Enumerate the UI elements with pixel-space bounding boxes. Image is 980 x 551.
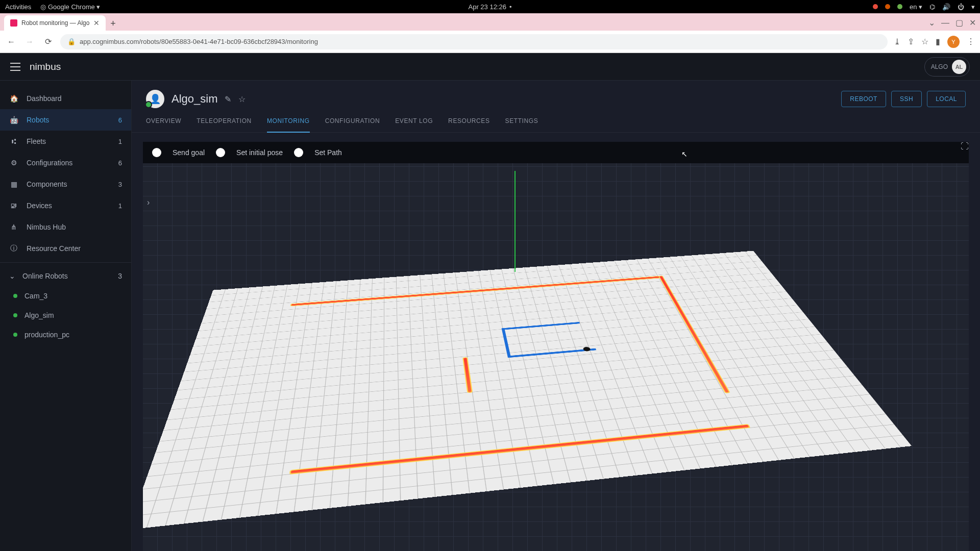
side-panel-icon[interactable]: ▮	[936, 37, 940, 46]
browser-toolbar: ← → ⟳ 🔒 app.cognimbus.com/robots/80e5588…	[0, 31, 980, 53]
sidebar-item-robots[interactable]: 🤖Robots6	[0, 109, 131, 131]
sidebar-item-label: Devices	[27, 202, 52, 210]
app-root: nimbus ALGO AL 🏠Dashboard🤖Robots6⑆Fleets…	[0, 53, 980, 551]
user-avatar: AL	[952, 60, 966, 74]
reload-button[interactable]: ⟳	[42, 36, 54, 48]
online-status-icon	[13, 294, 17, 298]
window-maximize-icon[interactable]: ▢	[955, 18, 963, 28]
forward-button[interactable]: →	[23, 36, 36, 48]
online-robot-item[interactable]: Cam_3	[0, 286, 131, 306]
sidebar-item-count: 6	[118, 116, 122, 124]
tab-configuration[interactable]: CONFIGURATION	[325, 117, 380, 132]
send-goal-radio[interactable]	[152, 148, 161, 157]
online-robot-item[interactable]: production_pc	[0, 325, 131, 344]
activities-button[interactable]: Activities	[5, 3, 31, 11]
tab-monitoring[interactable]: MONITORING	[267, 117, 310, 133]
sidebar-item-count: 6	[118, 159, 122, 167]
sidebar-item-label: Dashboard	[27, 94, 62, 103]
user-menu[interactable]: ALGO AL	[924, 57, 970, 77]
local-button[interactable]: LOCAL	[927, 91, 966, 107]
profile-avatar[interactable]: Y	[947, 36, 960, 48]
sidebar-item-count: 1	[118, 202, 122, 210]
favorite-icon[interactable]: ☆	[238, 94, 246, 104]
send-goal-label: Send goal	[173, 148, 205, 157]
planned-path	[502, 328, 511, 356]
reboot-button[interactable]: REBOOT	[841, 91, 886, 107]
tab-teleoperation[interactable]: TELEOPERATION	[197, 117, 252, 132]
page-tabs: OVERVIEWTELEOPERATIONMONITORINGCONFIGURA…	[132, 108, 980, 133]
floor-grid	[143, 251, 912, 529]
robot-name: Algo_sim	[172, 92, 217, 106]
app-header: nimbus ALGO AL	[0, 53, 980, 81]
online-status-icon	[13, 313, 17, 317]
edit-name-icon[interactable]: ✎	[225, 94, 231, 104]
window-close-icon[interactable]: ✕	[969, 18, 976, 28]
online-robot-item[interactable]: Algo_sim	[0, 306, 131, 325]
tab-overview[interactable]: OVERVIEW	[146, 117, 181, 132]
costmap-wall	[290, 276, 664, 306]
sidebar-item-components[interactable]: ▦Components3	[0, 173, 131, 195]
lock-icon: 🔒	[67, 38, 76, 45]
tab-settings[interactable]: SETTINGS	[505, 117, 538, 132]
sidebar-toggle-button[interactable]	[10, 63, 20, 71]
costmap-wall	[462, 357, 473, 393]
status-indicator-red-icon	[873, 4, 878, 9]
tab-event-log[interactable]: EVENT LOG	[395, 117, 433, 132]
sidebar-item-fleets[interactable]: ⑆Fleets1	[0, 131, 131, 152]
sidebar-item-count: 3	[118, 181, 122, 188]
map-3d-view[interactable]	[143, 163, 969, 551]
sidebar-item-label: Components	[27, 180, 67, 188]
notification-dot-icon: •	[509, 3, 512, 11]
online-status-icon	[13, 333, 17, 337]
app-menu[interactable]: ◎ Google Chrome ▾	[40, 3, 100, 11]
sidebar-item-dashboard[interactable]: 🏠Dashboard	[0, 88, 131, 109]
new-tab-button[interactable]: +	[106, 16, 120, 31]
browser-menu-icon[interactable]: ⋮	[967, 37, 975, 46]
network-icon[interactable]: ⌬	[929, 3, 935, 11]
window-minimize-icon[interactable]: —	[941, 18, 949, 28]
sidebar-item-icon: 🖳	[9, 202, 18, 210]
status-indicator-orange-icon	[885, 4, 890, 9]
favicon-icon	[10, 19, 17, 27]
set-path-label: Set Path	[314, 148, 342, 157]
install-app-icon[interactable]: ⤓	[894, 37, 900, 46]
sidebar-item-resource-center[interactable]: ⓘResource Center	[0, 238, 131, 259]
sidebar-item-icon: ⑆	[9, 137, 18, 145]
system-menu-caret-icon[interactable]: ▾	[971, 3, 975, 11]
expand-layers-icon[interactable]: ›	[147, 198, 150, 207]
sidebar-item-configurations[interactable]: ⚙Configurations6	[0, 152, 131, 173]
set-initial-pose-radio[interactable]	[216, 148, 225, 157]
address-bar[interactable]: 🔒 app.cognimbus.com/robots/80e55883-0e41…	[60, 34, 888, 49]
chrome-overflow-icon[interactable]: ⌄	[928, 18, 935, 28]
ssh-button[interactable]: SSH	[891, 91, 922, 107]
costmap-wall	[289, 423, 750, 474]
fullscreen-icon[interactable]: ⛶	[961, 142, 969, 151]
language-indicator[interactable]: en ▾	[910, 3, 922, 11]
brand-logo: nimbus	[30, 61, 61, 72]
back-button[interactable]: ←	[5, 36, 17, 48]
org-label: ALGO	[931, 63, 948, 70]
robot-avatar-icon: 👤	[146, 90, 164, 108]
set-initial-pose-label: Set initial pose	[236, 148, 283, 157]
power-icon[interactable]: ⏻	[958, 3, 964, 11]
volume-icon[interactable]: 🔊	[942, 3, 950, 11]
visualization-zone: ⛶ Send goal Set initial pose Set Path ›	[132, 133, 980, 551]
tab-resources[interactable]: RESOURCES	[448, 117, 489, 132]
sidebar-item-icon: ⓘ	[9, 244, 18, 253]
tab-close-icon[interactable]: ✕	[93, 19, 100, 27]
sidebar-item-icon: 🤖	[9, 116, 18, 124]
browser-tab-strip: Robot monitoring — Algo ✕ + ⌄ — ▢ ✕	[0, 13, 980, 31]
sidebar-item-devices[interactable]: 🖳Devices1	[0, 195, 131, 216]
online-robot-label: Cam_3	[24, 292, 47, 300]
sidebar-item-icon: 🏠	[9, 94, 18, 103]
online-robots-header[interactable]: ⌄Online Robots3	[0, 266, 131, 286]
online-robots-label: Online Robots	[22, 272, 68, 280]
sidebar-item-nimbus-hub[interactable]: ⋔Nimbus Hub	[0, 216, 131, 238]
share-icon[interactable]: ⇪	[908, 37, 914, 46]
planned-path	[502, 322, 580, 330]
bookmark-icon[interactable]: ☆	[921, 37, 928, 46]
browser-tab[interactable]: Robot monitoring — Algo ✕	[4, 15, 106, 31]
desktop-top-bar: Activities ◎ Google Chrome ▾ Apr 23 12:2…	[0, 0, 980, 13]
set-path-radio[interactable]	[294, 148, 303, 157]
main-panel: 👤 Algo_sim ✎ ☆ REBOOT SSH LOCAL OVERVIEW…	[132, 81, 980, 551]
